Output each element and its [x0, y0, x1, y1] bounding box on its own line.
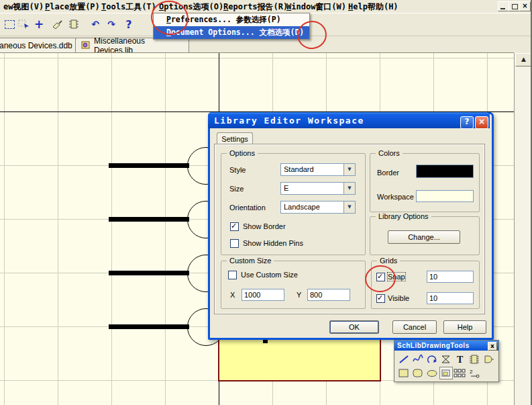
rounded-rectangle-tool-icon[interactable]: [411, 367, 425, 379]
help-icon[interactable]: ?: [122, 17, 136, 31]
tab-devices-lib[interactable]: Miscellaneous Devices.lib: [75, 38, 189, 53]
undo-icon[interactable]: ↶: [89, 17, 102, 31]
selection-icon[interactable]: [3, 17, 16, 31]
custom-size-group: Custom Size Use Custom Size X Y: [221, 261, 366, 309]
size-label: Size: [229, 185, 244, 193]
pin[interactable]: [109, 163, 189, 168]
visible-grid-label: Visible: [388, 294, 409, 302]
rectangle-tool-icon[interactable]: [397, 367, 411, 379]
library-options-group: Library Options Change...: [370, 216, 480, 255]
pin-tool-icon[interactable]: 2: [468, 367, 481, 379]
visible-grid-input[interactable]: [427, 292, 474, 304]
svg-text:2: 2: [470, 369, 473, 375]
restore-icon: [512, 4, 518, 9]
dialog-close-button[interactable]: ×: [475, 116, 488, 129]
help-button[interactable]: Help: [443, 320, 486, 334]
show-border-checkbox[interactable]: [230, 222, 239, 231]
part-tool-icon[interactable]: [482, 353, 495, 365]
menu-reports[interactable]: Reports报告(R): [221, 1, 290, 13]
dialog-titlebar[interactable]: Library Editor Workspace: [208, 112, 490, 128]
border-color-label: Border: [377, 169, 399, 177]
menu-help[interactable]: Help帮助(H): [346, 1, 401, 13]
pin[interactable]: [109, 217, 189, 222]
array-tool-icon[interactable]: [454, 367, 467, 379]
close-button[interactable]: ×: [519, 1, 531, 11]
ellipse-tool-icon[interactable]: [425, 367, 439, 379]
border-color-swatch[interactable]: [416, 165, 474, 178]
menu-view[interactable]: ew视图(V): [1, 1, 46, 13]
show-hidden-pins-label: Show Hidden Pins: [243, 239, 303, 247]
change-button[interactable]: Change...: [388, 230, 460, 244]
menu-window[interactable]: Window窗口(W): [284, 1, 348, 13]
use-custom-size-label: Use Custom Size: [241, 271, 298, 279]
use-custom-size-checkbox[interactable]: [228, 271, 237, 279]
drawing-tools-titlebar[interactable]: SchLibDrawingTools: [394, 341, 498, 351]
scroll-up-icon[interactable]: ▲: [515, 53, 532, 66]
schlib-drawing-tools-panel: SchLibDrawingTools x T 2: [394, 340, 499, 382]
library-options-group-title: Library Options: [376, 212, 431, 220]
x-label: X: [230, 291, 235, 299]
dialog-title: Library Editor Workspace: [214, 116, 364, 126]
workspace-color-label: Workspace: [377, 193, 414, 201]
x-size-input[interactable]: [242, 289, 284, 301]
line-tool-icon[interactable]: [397, 353, 411, 365]
clear-icon[interactable]: [51, 17, 64, 31]
ok-button[interactable]: OK: [329, 320, 379, 334]
graphic-tool-icon[interactable]: [439, 367, 453, 379]
chevron-down-icon[interactable]: ▼: [343, 201, 355, 213]
size-value: E: [284, 184, 288, 192]
svg-text:T: T: [457, 355, 464, 365]
menu-place[interactable]: Place放置(P): [43, 1, 102, 13]
options-group: Options Style Standard ▼ Size E ▼ Orient…: [221, 153, 366, 255]
tab-label: aneous Devices.ddb: [0, 41, 72, 50]
minimize-icon: [500, 8, 505, 9]
tab-devices-ddb[interactable]: aneous Devices.ddb: [0, 38, 85, 53]
application-window: ew视图(V) Place放置(P) Tools工具(T) Options选项(…: [0, 0, 532, 405]
snap-grid-input[interactable]: [427, 271, 474, 283]
library-icon: [81, 40, 91, 51]
menu-bar: ew视图(V) Place放置(P) Tools工具(T) Options选项(…: [0, 0, 496, 13]
component-tool-icon[interactable]: [468, 353, 481, 365]
drawing-tools-close-icon[interactable]: x: [488, 342, 497, 351]
library-editor-workspace-dialog: Library Editor Workspace ? × Settings Op…: [208, 112, 494, 340]
options-group-title: Options: [227, 149, 258, 157]
redo-icon[interactable]: ↷: [105, 17, 118, 31]
colors-group: Colors Border Workspace: [370, 153, 480, 212]
orientation-combobox[interactable]: Landscape ▼: [280, 201, 356, 214]
style-label: Style: [229, 166, 246, 174]
minimize-button[interactable]: [498, 1, 509, 11]
custom-size-group-title: Custom Size: [227, 257, 274, 265]
component-icon[interactable]: [67, 17, 81, 31]
style-combobox[interactable]: Standard ▼: [280, 163, 356, 176]
orientation-value: Landscape: [284, 203, 320, 211]
y-label: Y: [297, 291, 301, 299]
y-size-input[interactable]: [307, 289, 350, 301]
arc-tool-icon[interactable]: [425, 353, 439, 365]
text-tool-icon[interactable]: T: [454, 353, 467, 365]
show-border-label: Show Border: [243, 222, 286, 230]
vertical-scrollbar[interactable]: ▲: [514, 53, 531, 405]
show-hidden-pins-checkbox[interactable]: [230, 239, 239, 248]
settings-tab-panel: Options Style Standard ▼ Size E ▼ Orient…: [215, 144, 484, 314]
restore-button[interactable]: [509, 1, 520, 11]
move-icon[interactable]: +: [32, 17, 46, 31]
colors-group-title: Colors: [376, 149, 403, 157]
orientation-label: Orientation: [229, 204, 266, 212]
pin[interactable]: [109, 271, 189, 275]
tab-settings[interactable]: Settings: [217, 132, 253, 146]
style-value: Standard: [284, 165, 314, 173]
cancel-button[interactable]: Cancel: [392, 320, 437, 334]
deselect-icon[interactable]: [17, 17, 31, 31]
component-body-rectangle[interactable]: [218, 336, 381, 381]
chevron-down-icon[interactable]: ▼: [343, 164, 355, 175]
chevron-down-icon[interactable]: ▼: [343, 183, 355, 194]
visible-grid-checkbox[interactable]: [376, 294, 385, 303]
dialog-help-button[interactable]: ?: [460, 116, 474, 129]
menu-tools[interactable]: Tools工具(T): [99, 1, 158, 13]
bezier-tool-icon[interactable]: [411, 353, 425, 365]
pin[interactable]: [109, 324, 189, 329]
grids-group-title: Grids: [377, 257, 400, 265]
size-combobox[interactable]: E ▼: [280, 182, 356, 195]
workspace-color-swatch[interactable]: [416, 190, 474, 202]
polygon-tool-icon[interactable]: [439, 353, 453, 365]
